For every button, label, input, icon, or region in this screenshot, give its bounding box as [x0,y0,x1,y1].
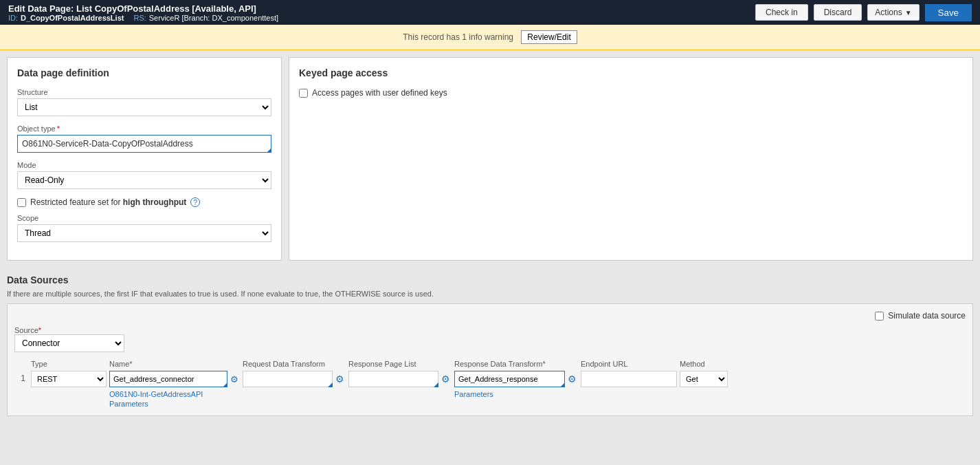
object-type-field-group: Object type* O861N0-ServiceR-Data-CopyOf… [17,125,271,153]
method-cell: Get Post Put Delete Patch [680,371,735,387]
chevron-down-icon: ▼ [905,9,912,17]
scope-label: Scope [17,214,271,222]
restricted-label: Restricted feature set for high throughp… [30,197,186,207]
method-select[interactable]: Get Post Put Delete Patch [680,371,728,387]
resp-transform-wrapper: Get_Address_response [454,371,565,387]
req-transform-corner [328,382,333,387]
endpoint-url-header: Endpoint URL [581,359,677,369]
req-transform-field: ⚙ [243,371,346,387]
endpoint-url-cell [581,371,677,387]
column-headers: Type Name* Request Data Transform Respon… [31,359,966,369]
warning-banner: This record has 1 info warning Review/Ed… [0,25,980,50]
top-bar: Edit Data Page: List CopyOfPostalAddress… [0,0,980,25]
method-header: Method [680,359,735,369]
top-bar-left: Edit Data Page: List CopyOfPostalAddress… [8,3,278,22]
checkin-button[interactable]: Check in [755,4,808,21]
main-content: Data page definition Structure List Sing… [0,50,980,268]
structure-field-group: Structure List Single Page List [17,88,271,116]
source-field-group: Source* Connector Report Definition Acti… [14,326,124,352]
name-input[interactable]: Get_address_connector [109,371,227,387]
req-transform-input[interactable] [243,371,333,387]
resp-params-link-wrapper: Parameters [454,389,578,399]
name-cell: Get_address_connector ⚙ O861N0-Int-GetAd… [109,371,240,409]
review-edit-button[interactable]: Review/Edit [521,30,577,44]
source-row: Source* Connector Report Definition Acti… [14,326,966,352]
source-label-text: Source [14,326,38,334]
resp-transform-header: Response Data Transform* [454,359,578,369]
resp-transform-cell: Get_Address_response ⚙ Parameters [454,371,578,399]
rs-value: ServiceR [Branch: DX_componenttest] [149,14,278,22]
gear-icon[interactable]: ⚙ [229,373,240,386]
resp-transform-icon[interactable]: ⚙ [566,372,578,386]
resp-page-list-icon[interactable]: ⚙ [440,372,452,386]
object-type-label: Object type* [17,125,271,133]
datasource-container: Simulate data source Source* Connector R… [7,303,973,416]
resp-page-list-input[interactable] [348,371,438,387]
page-title: Edit Data Page: List CopyOfPostalAddress… [8,3,278,14]
id-label: ID: [8,14,18,22]
data-page-definition-panel: Data page definition Structure List Sing… [7,57,282,261]
blue-corner-mark [267,148,271,153]
name-link[interactable]: O861N0-Int-GetAddressAPI [109,390,203,398]
type-select[interactable]: REST SOAP [31,371,107,387]
mode-select[interactable]: Read-Only Read-Write [17,171,271,189]
restricted-checkbox[interactable] [17,198,26,207]
top-bar-meta: ID: D_CopyOfPostalAddressList RS: Servic… [8,14,278,22]
actions-label: Actions [875,8,902,17]
name-input-wrapper: Get_address_connector [109,371,227,387]
scope-field-group: Scope Thread Requestor Node [17,214,271,242]
discard-button[interactable]: Discard [814,4,862,21]
top-bar-actions: Check in Discard Actions ▼ Save [755,4,972,21]
scope-select[interactable]: Thread Requestor Node [17,224,271,242]
connector-details: Type Name* Request Data Transform Respon… [14,359,966,409]
structure-label: Structure [17,88,271,96]
name-field: Get_address_connector ⚙ [109,371,240,387]
resp-transform-field: Get_Address_response ⚙ [454,371,578,387]
resp-page-list-field: ⚙ [348,371,452,387]
keyed-access-label: Access pages with user defined keys [312,88,447,98]
keyed-access-checkbox[interactable] [299,89,308,98]
resp-transform-corner [560,382,565,387]
simulate-checkbox[interactable] [875,312,884,321]
name-header: Name* [109,359,240,369]
mode-field-group: Mode Read-Only Read-Write [17,161,271,189]
info-icon[interactable]: ? [190,197,200,207]
simulate-label: Simulate data source [888,311,966,321]
params-label: Parameters [109,399,240,409]
table-row: 1 REST SOAP Get_address_connector [14,371,966,409]
resp-page-list-header: Response Page List [348,359,452,369]
actions-button[interactable]: Actions ▼ [867,4,919,21]
resp-page-list-cell: ⚙ [348,371,452,387]
name-link-wrapper: O861N0-Int-GetAddressAPI [109,389,240,399]
warning-message: This record has 1 info warning [403,32,513,42]
type-field: REST SOAP [31,371,107,387]
keyed-access-row: Access pages with user defined keys [299,88,963,98]
req-transform-cell: ⚙ [243,371,346,387]
mode-label: Mode [17,161,271,169]
type-header: Type [31,359,107,369]
resp-page-list-wrapper [348,371,438,387]
resp-page-list-corner [434,382,438,387]
data-sources-title: Data Sources [7,274,973,285]
simulate-row: Simulate data source [14,311,966,321]
source-select[interactable]: Connector Report Definition Activity Dat… [14,334,124,352]
req-transform-header: Request Data Transform [243,359,346,369]
name-blue-corner [223,382,227,387]
structure-select[interactable]: List Single Page List [17,98,271,116]
resp-params-link[interactable]: Parameters [454,390,493,398]
params-link[interactable]: Parameters [109,400,148,408]
object-type-input-wrapper: O861N0-ServiceR-Data-CopyOfPostalAddress [17,135,271,153]
restricted-row: Restricted feature set for high throughp… [17,197,271,207]
endpoint-url-wrapper [581,371,677,387]
id-value: D_CopyOfPostalAddressList [21,14,124,22]
keyed-page-access-title: Keyed page access [299,67,963,78]
data-sources-info: If there are multiple sources, the first… [7,290,973,298]
save-button[interactable]: Save [925,4,972,21]
object-type-input[interactable]: O861N0-ServiceR-Data-CopyOfPostalAddress [17,135,271,153]
req-transform-icon[interactable]: ⚙ [334,372,346,386]
data-page-definition-title: Data page definition [17,67,271,78]
rs-label: RS: [133,14,146,22]
resp-transform-input[interactable]: Get_Address_response [454,371,565,387]
endpoint-url-input[interactable] [581,371,677,387]
data-sources-section: Data Sources If there are multiple sourc… [0,268,980,423]
